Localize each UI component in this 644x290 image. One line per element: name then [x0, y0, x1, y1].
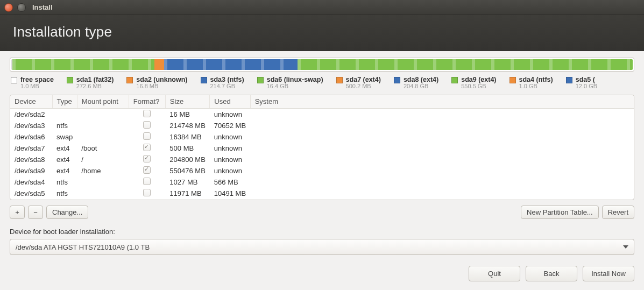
format-checkbox[interactable]: [143, 178, 151, 185]
window-minimize-button[interactable]: [17, 3, 26, 12]
window-title: Install: [32, 3, 53, 11]
legend-size: 16.8 MB: [136, 83, 187, 89]
col-mount[interactable]: Mount point: [77, 95, 129, 108]
legend-swatch-icon: [201, 77, 207, 83]
page-title: Installation type: [13, 24, 631, 40]
new-partition-table-button[interactable]: New Partition Table...: [521, 206, 599, 219]
legend-item[interactable]: sda9 (ext4)550.5 GB: [451, 76, 496, 89]
back-button[interactable]: Back: [526, 266, 577, 281]
table-row[interactable]: /dev/sda7ext4/boot500 MBunknown: [10, 143, 634, 154]
legend-label: sda2 (unknown): [136, 76, 187, 83]
legend-item[interactable]: sda5 (12.0 GB: [566, 76, 597, 89]
partition-segment[interactable]: [164, 59, 298, 70]
legend-size: 12.0 GB: [576, 83, 597, 89]
legend-label: free space: [20, 76, 54, 83]
table-row[interactable]: /dev/sda6swap16384 MBunknown: [10, 131, 634, 143]
legend-swatch-icon: [11, 77, 17, 83]
legend-item[interactable]: sda7 (ext4)500.2 MB: [336, 76, 381, 89]
legend-swatch-icon: [336, 77, 343, 83]
legend-label: sda6 (linux-swap): [267, 76, 323, 83]
quit-button[interactable]: Quit: [469, 266, 520, 281]
install-now-button[interactable]: Install Now: [583, 266, 634, 281]
legend-label: sda9 (ext4): [461, 76, 496, 83]
legend-size: 272.6 MB: [76, 83, 114, 89]
format-checkbox[interactable]: [143, 144, 151, 151]
legend-size: 214.7 GB: [210, 83, 244, 89]
legend-item[interactable]: sda4 (ntfs)1.0 GB: [509, 76, 553, 89]
format-checkbox[interactable]: [143, 132, 151, 140]
partition-legend: free space1.0 MBsda1 (fat32)272.6 MBsda2…: [10, 75, 634, 95]
legend-item[interactable]: sda1 (fat32)272.6 MB: [67, 76, 114, 89]
remove-partition-button[interactable]: −: [28, 206, 43, 219]
partition-segment[interactable]: [12, 59, 154, 70]
bootloader-select[interactable]: /dev/sda ATA HGST HTS721010A9 (1.0 TB: [10, 239, 634, 255]
legend-item[interactable]: free space1.0 MB: [11, 76, 54, 89]
main-content: free space1.0 MBsda1 (fat32)272.6 MBsda2…: [0, 51, 644, 255]
table-row[interactable]: /dev/sda8ext4/204800 MBunknown: [10, 154, 634, 165]
legend-label: sda4 (ntfs): [519, 76, 553, 83]
legend-item[interactable]: sda8 (ext4)204.8 GB: [394, 76, 438, 89]
legend-swatch-icon: [509, 77, 516, 83]
revert-button[interactable]: Revert: [602, 206, 634, 219]
legend-swatch-icon: [566, 77, 572, 83]
legend-label: sda7 (ext4): [346, 76, 381, 83]
legend-size: 500.2 MB: [346, 83, 381, 89]
legend-size: 204.8 GB: [404, 83, 438, 89]
col-size[interactable]: Size: [165, 95, 210, 108]
legend-label: sda1 (fat32): [76, 76, 114, 83]
legend-size: 550.5 GB: [461, 83, 496, 89]
table-row[interactable]: /dev/sda5ntfs11971 MB10491 MB: [10, 188, 634, 199]
format-checkbox[interactable]: [143, 110, 151, 117]
partition-segment[interactable]: [154, 59, 164, 70]
partition-bar[interactable]: [10, 58, 634, 72]
legend-swatch-icon: [126, 77, 133, 83]
legend-label: sda3 (ntfs): [210, 76, 244, 83]
legend-swatch-icon: [257, 77, 264, 83]
titlebar: Install: [0, 0, 644, 15]
partition-table[interactable]: Device Type Mount point Format? Size Use…: [10, 95, 634, 200]
table-row[interactable]: /dev/sda4ntfs1027 MB566 MB: [10, 176, 634, 188]
format-checkbox[interactable]: [143, 166, 151, 174]
legend-size: 1.0 GB: [519, 83, 553, 89]
format-checkbox[interactable]: [143, 189, 151, 196]
legend-label: sda8 (ext4): [404, 76, 438, 83]
legend-item[interactable]: sda2 (unknown)16.8 MB: [126, 76, 187, 89]
bootloader-value: /dev/sda ATA HGST HTS721010A9 (1.0 TB: [16, 243, 150, 251]
change-partition-button[interactable]: Change...: [46, 206, 88, 219]
add-partition-button[interactable]: +: [10, 206, 25, 219]
table-row[interactable]: /dev/sda3ntfs214748 MB70652 MB: [10, 120, 634, 131]
col-used[interactable]: Used: [210, 95, 250, 108]
legend-swatch-icon: [451, 77, 458, 83]
header: Installation type: [0, 15, 644, 51]
table-toolbar: + − Change... New Partition Table... Rev…: [10, 206, 634, 219]
table-row[interactable]: /dev/sda216 MBunknown: [10, 108, 634, 120]
window-close-button[interactable]: [4, 3, 13, 12]
partition-segment[interactable]: [298, 59, 633, 70]
chevron-down-icon: [623, 245, 628, 249]
footer: Quit Back Install Now: [0, 258, 644, 290]
legend-item[interactable]: sda3 (ntfs)214.7 GB: [201, 76, 244, 89]
table-header-row: Device Type Mount point Format? Size Use…: [10, 95, 634, 108]
legend-item[interactable]: sda6 (linux-swap)16.4 GB: [257, 76, 323, 89]
bootloader-label: Device for boot loader installation:: [10, 228, 634, 236]
legend-swatch-icon: [67, 77, 73, 83]
col-system[interactable]: System: [250, 95, 634, 108]
col-format[interactable]: Format?: [129, 95, 165, 108]
legend-size: 1.0 MB: [20, 83, 54, 89]
legend-label: sda5 (: [576, 76, 597, 83]
legend-size: 16.4 GB: [267, 83, 323, 89]
format-checkbox[interactable]: [143, 121, 151, 129]
col-device[interactable]: Device: [10, 95, 52, 108]
format-checkbox[interactable]: [143, 155, 151, 162]
table-row[interactable]: /dev/sda9ext4/home550476 MBunknown: [10, 165, 634, 176]
col-type[interactable]: Type: [52, 95, 77, 108]
legend-swatch-icon: [394, 77, 400, 83]
